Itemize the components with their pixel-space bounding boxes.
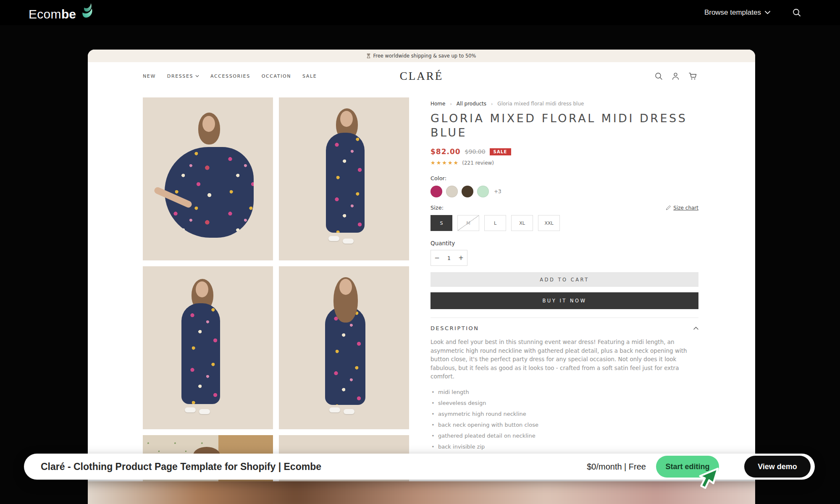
leaf-icon <box>79 1 94 19</box>
size-label: Size: <box>430 205 444 211</box>
star-rating-icons[interactable]: ★★★★★ <box>430 160 459 166</box>
store-nav-item-occation[interactable]: OCCATION <box>262 74 291 79</box>
size-chart-link[interactable]: Size chart <box>666 205 698 211</box>
chevron-up-icon <box>693 327 698 330</box>
search-icon[interactable] <box>792 8 801 17</box>
size-option-s[interactable]: S <box>430 215 452 231</box>
price-row: $82.00 $90.00 SALE <box>430 147 698 156</box>
template-info-bar: Claré - Clothing Product Page Template f… <box>24 454 815 480</box>
feature-item: back neck opening with button close <box>431 419 698 430</box>
divider <box>430 318 698 318</box>
product-details: Home›All products›Gloria mixed floral mi… <box>430 101 698 483</box>
site-header: Ecombe Browse templates <box>0 0 840 25</box>
color-swatch-beige[interactable] <box>446 186 458 197</box>
color-swatch-mint[interactable] <box>477 186 489 197</box>
size-option-xxl[interactable]: XXL <box>538 215 560 231</box>
hourglass-icon <box>367 53 370 58</box>
breadcrumb-item-gloria-mixed-floral-midi-dress-blue: Gloria mixed floral midi dress blue <box>497 101 584 107</box>
sale-price: $82.00 <box>430 147 461 156</box>
store-nav-item-new[interactable]: NEW <box>143 74 156 79</box>
feature-item: back invisible zip <box>431 441 698 452</box>
sale-badge: SALE <box>490 148 511 155</box>
description-text: Look and feel your best in this stunning… <box>430 338 698 381</box>
template-preview-frame: Free worldwide shipping & save up to 50%… <box>88 50 755 504</box>
template-price: $0/month | Free <box>587 462 646 472</box>
template-actions: $0/month | Free Start editing View demo <box>587 456 811 478</box>
template-title: Claré - Clothing Product Page Template f… <box>41 461 321 472</box>
announcement-text: Free worldwide shipping & save up to 50% <box>373 53 476 59</box>
color-label: Color: <box>430 175 698 181</box>
quantity-value: 1 <box>443 255 455 261</box>
color-swatch-magenta[interactable] <box>430 186 442 197</box>
quantity-decrease-button[interactable]: − <box>431 254 443 262</box>
view-demo-button[interactable]: View demo <box>744 456 811 478</box>
product-photo-4[interactable] <box>279 266 409 429</box>
add-to-cart-button[interactable]: ADD TO CART <box>430 272 698 287</box>
product-gallery <box>143 97 409 504</box>
next-section-blur <box>88 481 755 504</box>
product-title: GLORIA MIXED FLORAL MIDI DRESS BLUE <box>430 111 698 140</box>
quantity-label: Quantity <box>430 240 698 247</box>
breadcrumb-item-all-products[interactable]: All products <box>457 101 486 107</box>
review-count: (221 review) <box>462 160 494 166</box>
logo-text-bold: be <box>61 7 76 21</box>
rating-row: ★★★★★ (221 review) <box>430 160 698 166</box>
size-row: Size: Size chart <box>430 205 698 211</box>
chevron-down-icon <box>765 11 770 14</box>
buy-it-now-button[interactable]: BUY IT NOW <box>430 292 698 309</box>
size-option-l[interactable]: L <box>484 215 506 231</box>
breadcrumb-item-home[interactable]: Home <box>430 101 445 107</box>
description-accordion-header[interactable]: DESCRIPTION <box>430 325 698 331</box>
size-option-m[interactable]: M <box>457 215 479 231</box>
feature-item: gathered pleated detail on neckline <box>431 430 698 441</box>
store-nav-items: NEWDRESSESACCESSORIESOCCATIONSALE <box>143 74 317 79</box>
account-icon[interactable] <box>672 72 680 80</box>
announcement-bar: Free worldwide shipping & save up to 50% <box>88 50 755 62</box>
store-nav-icons <box>655 72 697 80</box>
pencil-icon <box>666 205 671 210</box>
start-editing-button[interactable]: Start editing <box>656 456 719 478</box>
size-options: SMLXLXXL <box>430 215 698 231</box>
feature-item: sleeveless design <box>431 397 698 408</box>
size-chart-label: Size chart <box>673 205 698 211</box>
browse-templates-button[interactable]: Browse templates <box>704 8 770 17</box>
quantity-stepper: − 1 + <box>430 250 467 266</box>
chevron-down-icon <box>195 75 199 77</box>
store-search-icon[interactable] <box>655 72 663 80</box>
product-photo-1[interactable] <box>143 97 273 260</box>
store-nav-item-accessories[interactable]: ACCESSORIES <box>210 74 250 79</box>
store-nav-item-sale[interactable]: SALE <box>302 74 317 79</box>
page: Ecombe Browse templates <box>0 0 840 504</box>
quantity-increase-button[interactable]: + <box>455 254 467 262</box>
logo-text: Ecom <box>29 7 61 21</box>
description-title: DESCRIPTION <box>430 325 479 331</box>
product-photo-3[interactable] <box>143 266 273 429</box>
cart-icon[interactable] <box>688 72 697 80</box>
ecombe-logo[interactable]: Ecombe <box>29 4 94 21</box>
browse-templates-label: Browse templates <box>704 8 761 17</box>
color-swatch-dark-brown[interactable] <box>462 186 473 197</box>
color-swatches: +3 <box>430 186 698 197</box>
product-photo-2[interactable] <box>279 97 409 260</box>
more-colors-label[interactable]: +3 <box>494 189 501 194</box>
feature-item: midi length <box>431 386 698 397</box>
compare-price: $90.00 <box>465 148 486 155</box>
store-nav: NEWDRESSESACCESSORIESOCCATIONSALE CLARÉ <box>88 62 755 90</box>
header-actions: Browse templates <box>704 8 801 17</box>
breadcrumb: Home›All products›Gloria mixed floral mi… <box>430 101 698 107</box>
store-nav-item-dresses[interactable]: DRESSES <box>167 74 199 79</box>
feature-item: asymmetric high round neckline <box>431 408 698 419</box>
breadcrumb-separator: › <box>491 101 493 107</box>
breadcrumb-separator: › <box>450 101 452 107</box>
store-logo[interactable]: CLARÉ <box>400 70 444 83</box>
size-option-xl[interactable]: XL <box>511 215 533 231</box>
